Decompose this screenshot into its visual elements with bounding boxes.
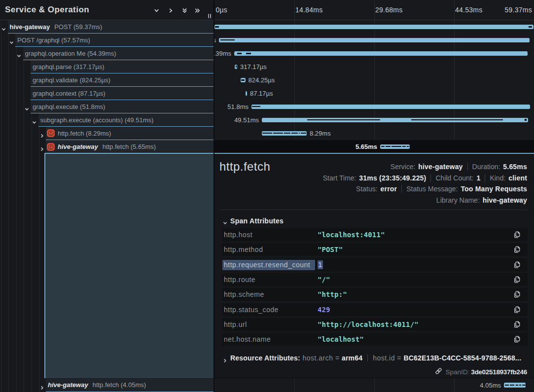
span-row[interactable]: graphql.validate (824.25µs) (0, 73, 214, 87)
span-row[interactable]: hive-gatewayPOST (59.37ms) (0, 20, 214, 34)
timeline-row[interactable]: 4.05ms (214, 379, 534, 392)
timeline-row[interactable]: 54.39ms (214, 47, 534, 60)
overview-line: Library Name: hive-gateway (323, 195, 527, 206)
attribute-row[interactable]: http.request.resend_count1 (222, 258, 528, 271)
attribute-value: 429 (318, 303, 330, 316)
attribute-row[interactable]: net.host.name"localhost" (222, 333, 528, 346)
span-row-selected[interactable]: hive-gatewayhttp.fetch (5.65ms) (0, 140, 214, 153)
overview-label: Child Count: (435, 174, 475, 182)
span-row-label[interactable]: hive-gatewayhttp.fetch (5.65ms) (46, 140, 214, 153)
column-resize-handle[interactable] (208, 14, 212, 19)
span-bar[interactable] (251, 105, 530, 109)
span-row[interactable]: hive-gatewayhttp.fetch (4.05ms) (0, 379, 214, 392)
chevron-down-icon[interactable] (32, 118, 36, 122)
span-bar[interactable] (214, 25, 534, 30)
span-row[interactable]: graphql.operation Me (54.39ms) (0, 47, 214, 60)
operation-name: graphql.operation Me (54.39ms) (25, 50, 116, 57)
attribute-row[interactable]: http.scheme"http:" (222, 288, 528, 301)
copy-icon[interactable] (514, 291, 521, 298)
overview-value: hive-gateway (483, 196, 527, 204)
span-row-label[interactable]: POST /graphql (57.57ms) (15, 34, 214, 47)
span-row[interactable]: graphql.execute (51.8ms) (0, 100, 214, 113)
span-id-row: SpanID: 3de02518937fb246 (435, 367, 527, 377)
span-bar[interactable] (234, 51, 528, 56)
span-row-label[interactable]: subgraph.execute (accounts) (49.51ms) (38, 113, 214, 127)
child-span-marker (392, 146, 401, 147)
span-row-label[interactable]: graphql.parse (317.17µs) (31, 60, 214, 73)
span-row-label[interactable]: graphql.operation Me (54.39ms) (23, 47, 214, 60)
child-span-marker (215, 26, 219, 28)
chevron-down-icon[interactable] (17, 51, 21, 56)
span-row-label[interactable]: graphql.execute (51.8ms) (31, 100, 214, 113)
copy-icon[interactable] (514, 306, 521, 313)
chevron-down-icon[interactable] (9, 38, 14, 42)
copy-icon[interactable] (514, 321, 521, 328)
span-row[interactable]: POST /graphql (57.57ms) (0, 34, 214, 47)
overview-value: hive-gateway (418, 163, 463, 171)
resource-pairs: host.arch = arm64host.id = BC62E13B-C4CC… (302, 354, 521, 362)
chevron-down-icon[interactable] (1, 25, 6, 29)
chevron-right-icon[interactable] (40, 144, 44, 149)
overview-divider (485, 174, 485, 182)
timeline-row[interactable]: 57.57ms (214, 34, 534, 47)
child-span-marker (273, 133, 284, 134)
service-name: hive-gateway (10, 23, 50, 31)
span-bar[interactable] (246, 91, 247, 96)
attribute-row[interactable]: http.url"http://localhost:4011/" (222, 318, 528, 331)
span-attributes-header[interactable]: Span Attributes (223, 216, 284, 224)
copy-icon[interactable] (514, 261, 521, 268)
copy-icon[interactable] (514, 336, 521, 343)
copy-icon[interactable] (514, 246, 521, 253)
attribute-key: http.host (224, 228, 252, 241)
timeline-row[interactable]: 51.8ms (214, 100, 534, 113)
attribute-row[interactable]: http.status_code429 (222, 303, 528, 316)
span-row-label[interactable]: graphql.context (87.17µs) (31, 87, 214, 100)
collapse-one-icon[interactable] (154, 8, 159, 13)
resource-attributes-title: Resource Attributes: (230, 354, 300, 362)
span-row[interactable]: http.fetch (8.29ms) (0, 127, 214, 140)
timeline-row[interactable]: 87.17µs (214, 87, 534, 100)
timeline-row[interactable]: 824.25µs (214, 73, 534, 87)
resource-attributes-row[interactable]: Resource Attributes: host.arch = arm64ho… (223, 353, 521, 363)
attribute-key: http.url (224, 318, 247, 331)
child-span-marker (525, 119, 527, 121)
overview-label: Status Message: (406, 185, 460, 193)
span-row[interactable]: subgraph.execute (accounts) (49.51ms) (0, 113, 214, 127)
span-row[interactable]: graphql.parse (317.17µs) (0, 60, 214, 73)
timeline-row[interactable]: 8.29ms (214, 127, 534, 140)
timeline-row[interactable] (214, 20, 534, 34)
attribute-row[interactable]: http.host"localhost:4011" (222, 228, 528, 241)
span-row-label[interactable]: hive-gatewayhttp.fetch (4.05ms) (46, 379, 214, 392)
child-span-marker (299, 133, 300, 134)
attribute-row[interactable]: http.method"POST" (222, 243, 528, 256)
span-id-value: 3de02518937fb246 (471, 368, 527, 376)
attribute-row[interactable]: http.route"/" (222, 273, 528, 286)
expand-one-icon[interactable] (168, 8, 174, 13)
timeline-tick-label: 0µs (216, 0, 228, 20)
chevron-down-icon[interactable] (25, 105, 29, 109)
span-row-label[interactable]: hive-gatewayPOST (59.37ms) (8, 20, 214, 34)
copy-icon[interactable] (514, 276, 521, 283)
overview-label: Library Name: (436, 196, 482, 204)
timeline-row-selected[interactable]: 5.65ms (214, 140, 534, 153)
span-bar[interactable] (219, 38, 530, 43)
timeline-row[interactable]: 317.17µs (214, 60, 534, 73)
overview-label: Duration: (472, 163, 502, 171)
span-row-label[interactable]: graphql.validate (824.25µs) (31, 73, 214, 87)
copy-icon[interactable] (514, 231, 521, 238)
expand-all-icon[interactable] (195, 8, 200, 13)
attribute-key: http.method (224, 243, 263, 256)
child-span-marker (237, 53, 242, 55)
child-span-marker (284, 133, 290, 134)
span-row-label[interactable]: http.fetch (8.29ms) (46, 127, 214, 140)
trace-viewer-app: Service & Operation hive-gatewayPOST (59… (0, 0, 534, 392)
operation-name: graphql.context (87.17µs) (33, 90, 106, 97)
collapse-all-icon[interactable] (182, 8, 187, 13)
link-icon[interactable] (435, 367, 442, 375)
panel-divider[interactable] (214, 0, 214, 392)
operation-name: graphql.execute (51.8ms) (33, 103, 105, 110)
timeline-row[interactable]: 49.51ms (214, 113, 534, 127)
span-row[interactable]: graphql.context (87.17µs) (0, 87, 214, 100)
chevron-right-icon[interactable] (40, 131, 44, 136)
chevron-right-icon[interactable] (40, 383, 44, 388)
